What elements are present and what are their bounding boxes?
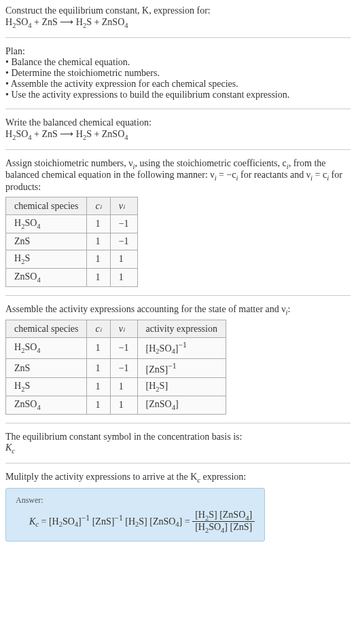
sub: 4 xyxy=(37,404,40,411)
stoich-table: chemical species cᵢ νᵢ H2SO4 1 −1 ZnS 1 … xyxy=(5,197,138,286)
ae: ] xyxy=(175,399,179,409)
ae: S] xyxy=(160,381,168,391)
ae: SO xyxy=(160,343,172,354)
sup: −1 xyxy=(82,514,90,523)
v-cell: −1 xyxy=(110,233,137,250)
table-row: ZnS 1 −1 [ZnS]−1 xyxy=(6,358,226,378)
text-part: Mulitply the activity expressions to arr… xyxy=(5,472,197,482)
v-cell: 1 xyxy=(110,250,137,268)
dp: [H xyxy=(195,522,205,532)
text-part: : xyxy=(288,304,291,314)
multiply-text: Mulitply the activity expressions to arr… xyxy=(5,472,351,484)
eqsymbol-kc: Kc xyxy=(5,442,351,455)
col-header: νᵢ xyxy=(110,197,137,215)
plan-bullet: • Balance the chemical equation. xyxy=(5,57,351,68)
table-row: ZnS 1 −1 xyxy=(6,233,138,250)
col-header: chemical species xyxy=(6,320,87,338)
eqsymbol-line1: The equilibrium constant symbol in the c… xyxy=(5,432,351,442)
prompt-text: Construct the equilibrium constant, K, e… xyxy=(5,5,351,16)
sp: S xyxy=(24,253,30,263)
eq-part: H xyxy=(5,129,12,139)
sp: H xyxy=(14,381,21,391)
v-cell: 1 xyxy=(110,378,137,396)
eq-part: = [H xyxy=(39,516,59,526)
sub: 4 xyxy=(37,276,40,284)
eq-sub: 4 xyxy=(124,22,128,29)
species-cell: ZnS xyxy=(6,233,87,250)
answer-box: Answer: Kc = [H2SO4]−1 [ZnS]−1 [H2S] [Zn… xyxy=(5,488,265,542)
c-cell: 1 xyxy=(87,233,110,250)
plan-title: Plan: xyxy=(5,46,351,57)
sp: ZnS xyxy=(14,236,30,246)
kc-pre: K xyxy=(29,516,35,526)
divider xyxy=(5,295,351,296)
multiply-section: Mulitply the activity expressions to arr… xyxy=(5,472,351,542)
table-row: H2SO4 1 −1 [H2SO4]−1 xyxy=(6,338,226,358)
sup: −1 xyxy=(178,341,186,349)
table-row: ZnSO4 1 1 xyxy=(6,268,138,286)
divider xyxy=(5,109,351,109)
col-header: cᵢ xyxy=(87,320,110,338)
table-row: H2SO4 1 −1 xyxy=(6,215,138,233)
table-row: H2S 1 1 [H2S] xyxy=(6,378,226,396)
species-cell: H2S xyxy=(6,250,87,268)
c-cell: 1 xyxy=(87,215,110,233)
np: ] xyxy=(249,510,253,520)
eq-part: ] = xyxy=(179,516,193,526)
eq-part: S + ZnSO xyxy=(86,129,124,139)
c-cell: 1 xyxy=(87,268,110,286)
c-cell: 1 xyxy=(87,338,110,358)
eqsymbol-section: The equilibrium constant symbol in the c… xyxy=(5,432,351,455)
divider xyxy=(5,463,351,463)
eq-part: SO xyxy=(63,516,75,526)
kc-pre: K xyxy=(5,442,12,453)
divider xyxy=(5,423,351,423)
eq-part: [ZnS] xyxy=(90,516,114,526)
ae: [ZnS] xyxy=(146,364,168,374)
eq-part: SO xyxy=(16,17,28,27)
numerator: [H2S] [ZnSO4] xyxy=(192,510,255,523)
v-cell: −1 xyxy=(110,358,137,378)
species-cell: ZnSO4 xyxy=(6,396,87,415)
c-cell: 1 xyxy=(87,358,110,378)
plan-bullet: • Assemble the activity expression for e… xyxy=(5,79,351,90)
col-header: chemical species xyxy=(6,197,87,215)
ae: [ZnSO xyxy=(146,399,172,409)
sup: −1 xyxy=(114,514,122,523)
np: [H xyxy=(195,510,205,520)
sp: H xyxy=(14,342,21,352)
text-part: = c xyxy=(313,170,327,180)
activity-cell: [ZnSO4] xyxy=(137,396,226,415)
eq-part: S] [ZnSO xyxy=(139,516,175,526)
eq-part: H xyxy=(5,17,12,27)
species-cell: H2SO4 xyxy=(6,215,87,233)
sp: ZnSO xyxy=(14,399,37,409)
assign-section: Assign stoichiometric numbers, νi, using… xyxy=(5,158,351,287)
denominator: [H2SO4] [ZnS] xyxy=(192,522,255,534)
sp: H xyxy=(14,253,21,263)
sp: H xyxy=(14,218,21,228)
c-cell: 1 xyxy=(87,250,110,268)
col-header-label: νᵢ xyxy=(119,324,125,334)
kc-sub: c xyxy=(12,447,15,455)
eq-part: + ZnS ⟶ H xyxy=(32,129,83,139)
table-row: H2S 1 1 xyxy=(6,250,138,268)
v-cell: 1 xyxy=(110,268,137,286)
eq-part: SO xyxy=(16,129,28,139)
col-header: cᵢ xyxy=(87,197,110,215)
assemble-section: Assemble the activity expressions accoun… xyxy=(5,304,351,415)
sub: 4 xyxy=(37,347,40,354)
v-cell: 1 xyxy=(110,396,137,415)
fraction: [H2S] [ZnSO4] [H2SO4] [ZnS] xyxy=(192,510,255,535)
species-cell: ZnS xyxy=(6,358,87,378)
ae: [H xyxy=(146,343,156,354)
text-part: Assemble the activity expressions accoun… xyxy=(5,304,286,314)
sub: 4 xyxy=(37,223,40,230)
col-header-label: cᵢ xyxy=(95,324,101,334)
c-cell: 1 xyxy=(87,378,110,396)
plan-bullet: • Determine the stoichiometric numbers. xyxy=(5,68,351,79)
sp: SO xyxy=(24,218,37,228)
text-part: , using the stoichiometric coefficients,… xyxy=(135,158,286,168)
eq-part: [H xyxy=(123,516,135,526)
prompt-section: Construct the equilibrium constant, K, e… xyxy=(5,5,351,29)
